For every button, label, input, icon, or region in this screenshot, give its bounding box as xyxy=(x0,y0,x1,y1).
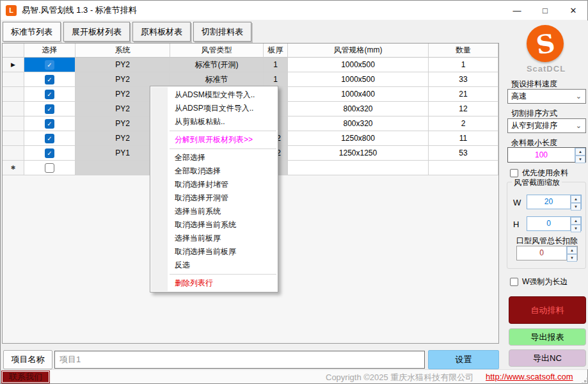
cell-spec[interactable] xyxy=(288,161,429,175)
h-value[interactable]: 0 xyxy=(527,217,570,230)
cell-spec[interactable]: 800x320 xyxy=(288,116,429,131)
auto-nest-button[interactable]: 自动排料 xyxy=(509,296,586,324)
cell-system[interactable]: PY2 xyxy=(75,58,170,72)
maximize-icon[interactable]: □ xyxy=(531,1,559,20)
tab-4[interactable]: 切割排料表 xyxy=(193,22,251,42)
spin-down-icon[interactable]: ▼ xyxy=(567,254,577,262)
tab-1[interactable]: 标准节列表 xyxy=(3,22,61,42)
force-long-checkbox[interactable]: W强制为长边 xyxy=(510,276,568,287)
export-nc-button[interactable]: 导出NC xyxy=(509,349,586,367)
column-header-1[interactable]: 系统 xyxy=(75,44,170,58)
column-header-0[interactable]: 选择 xyxy=(24,44,75,58)
row-header-cell[interactable] xyxy=(3,131,24,146)
resize-grip[interactable] xyxy=(584,380,586,382)
menu-item[interactable]: 分解到展开板材列表>> xyxy=(150,133,278,147)
row-header-cell[interactable] xyxy=(3,87,24,102)
h-stepper[interactable]: 0 ▲ ▼ xyxy=(527,216,582,231)
spin-up-icon[interactable]: ▲ xyxy=(571,217,581,225)
menu-item[interactable]: 全部选择 xyxy=(150,151,278,164)
project-name-input[interactable] xyxy=(54,351,425,369)
menu-item[interactable]: 取消选择当前板厚 xyxy=(150,245,278,259)
cell-qty[interactable]: 11 xyxy=(429,131,498,146)
cell-select[interactable]: ✓ xyxy=(24,131,75,146)
column-header-4[interactable]: 风管规格(mm) xyxy=(288,44,429,58)
sort-dropdown[interactable]: 从窄到宽排序 ⌄ xyxy=(507,118,586,133)
cell-spec[interactable]: 1000x500 xyxy=(288,58,429,72)
cell-duct-type[interactable]: 标准节(开洞) xyxy=(170,58,264,72)
checkbox-checked-icon[interactable]: ✓ xyxy=(45,148,54,158)
cell-qty[interactable]: 33 xyxy=(429,72,498,87)
menu-item[interactable]: 取消选择开洞管 xyxy=(150,191,278,205)
column-header-2[interactable]: 风管类型 xyxy=(170,44,264,58)
menu-item[interactable]: 反选 xyxy=(150,259,278,272)
tab-2[interactable]: 展开板材列表 xyxy=(63,22,130,42)
deduct-stepper[interactable]: 0 ▲ ▼ xyxy=(516,246,578,260)
menu-item[interactable]: 选择当前板厚 xyxy=(150,232,278,245)
row-header-cell[interactable] xyxy=(3,146,24,161)
min-remnant-stepper[interactable]: 100 ▲ ▼ xyxy=(507,147,586,163)
spin-down-icon[interactable]: ▼ xyxy=(571,225,581,232)
cell-spec[interactable]: 1250x1250 xyxy=(288,146,429,161)
min-remnant-value[interactable]: 100 xyxy=(508,148,575,162)
menu-item[interactable]: 从剪贴板粘贴.. xyxy=(150,115,278,129)
cell-system[interactable]: PY2 xyxy=(75,72,170,87)
cell-qty[interactable]: 53 xyxy=(429,146,498,161)
row-header-corner[interactable] xyxy=(3,44,24,58)
spin-up-icon[interactable]: ▲ xyxy=(567,246,577,254)
checkbox-checked-icon[interactable]: ✓ xyxy=(45,75,54,84)
spin-down-icon[interactable]: ▼ xyxy=(571,203,581,211)
row-header-cell[interactable] xyxy=(3,116,24,131)
checkbox-unchecked-icon[interactable] xyxy=(45,163,54,173)
row-header-cell[interactable]: ✱ xyxy=(3,161,24,175)
cell-spec[interactable]: 1000x400 xyxy=(288,87,429,102)
menu-item[interactable]: 取消选择封堵管 xyxy=(150,178,278,191)
cell-spec[interactable]: 800x320 xyxy=(288,102,429,116)
cell-qty[interactable] xyxy=(429,161,498,175)
column-header-3[interactable]: 板厚 xyxy=(264,44,288,58)
deduct-value[interactable]: 0 xyxy=(517,246,566,260)
w-value[interactable]: 20 xyxy=(527,195,570,209)
cell-select[interactable]: ✓ xyxy=(24,87,75,102)
cell-thickness[interactable]: 1 xyxy=(264,58,288,72)
cell-spec[interactable]: 1250x800 xyxy=(288,131,429,146)
cell-qty[interactable]: 21 xyxy=(429,87,498,102)
cell-spec[interactable]: 1000x500 xyxy=(288,72,429,87)
spin-up-icon[interactable]: ▲ xyxy=(571,195,581,203)
cell-duct-type[interactable]: 标准节 xyxy=(170,72,264,87)
menu-item[interactable]: 删除列表行 xyxy=(150,276,278,290)
menu-item[interactable]: 从ADSM模型文件导入.. xyxy=(150,88,278,102)
cell-select[interactable]: ✓ xyxy=(24,116,75,131)
menu-item[interactable]: 全部取消选择 xyxy=(150,164,278,178)
menu-item[interactable]: 选择当前系统 xyxy=(150,205,278,218)
row-header-cell[interactable] xyxy=(3,102,24,116)
cell-select[interactable]: ✓ xyxy=(24,58,75,72)
cell-qty[interactable]: 12 xyxy=(429,102,498,116)
settings-button[interactable]: 设置 xyxy=(428,350,499,369)
cell-qty[interactable]: 2 xyxy=(429,116,498,131)
row-header-cell[interactable] xyxy=(3,72,24,87)
checkbox-icon[interactable] xyxy=(510,169,518,177)
website-link[interactable]: http://www.scatsoft.com xyxy=(486,372,573,381)
export-report-button[interactable]: 导出报表 xyxy=(509,328,586,346)
w-stepper[interactable]: 20 ▲ ▼ xyxy=(527,195,582,209)
cell-select[interactable]: ✓ xyxy=(24,102,75,116)
cell-select[interactable] xyxy=(24,161,75,175)
cell-select[interactable]: ✓ xyxy=(24,72,75,87)
checkbox-checked-icon[interactable]: ✓ xyxy=(45,104,54,114)
checkbox-checked-icon[interactable]: ✓ xyxy=(45,90,54,99)
cell-qty[interactable]: 1 xyxy=(429,58,498,72)
menu-item[interactable]: 从ADSP项目文件导入.. xyxy=(150,102,278,115)
cell-select[interactable]: ✓ xyxy=(24,146,75,161)
minimize-icon[interactable]: — xyxy=(503,1,531,20)
close-icon[interactable]: ✕ xyxy=(559,1,587,20)
column-header-5[interactable]: 数量 xyxy=(429,44,498,58)
checkbox-icon[interactable] xyxy=(510,278,518,286)
row-header-cell[interactable]: ▶ xyxy=(3,58,24,72)
checkbox-checked-icon[interactable]: ✓ xyxy=(45,60,54,70)
tab-3[interactable]: 原料板材表 xyxy=(132,22,191,42)
menu-item[interactable]: 取消选择当前系统 xyxy=(150,218,278,232)
spin-down-icon[interactable]: ▼ xyxy=(575,156,585,163)
cell-thickness[interactable]: 1 xyxy=(264,72,288,87)
checkbox-checked-icon[interactable]: ✓ xyxy=(45,134,54,143)
speed-dropdown[interactable]: 高速 ⌄ xyxy=(507,89,586,104)
